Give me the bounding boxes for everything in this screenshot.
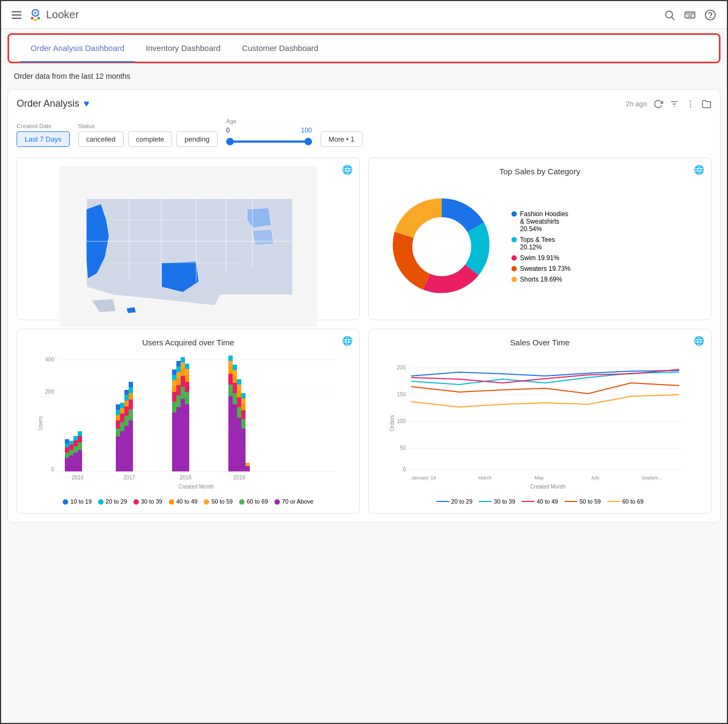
sales-over-time-title: Sales Over Time: [377, 338, 702, 347]
sales-over-time-globe-icon[interactable]: 🌐: [694, 336, 704, 346]
legend-label-50-59: 50 to 59: [211, 498, 233, 505]
us-map-svg: [54, 166, 322, 327]
status-pending[interactable]: pending: [176, 131, 217, 147]
svg-rect-50: [73, 436, 78, 440]
svg-rect-93: [181, 387, 185, 399]
svg-rect-124: [241, 410, 246, 419]
search-icon[interactable]: [664, 9, 675, 21]
svg-rect-47: [73, 453, 78, 471]
range-thumb-right[interactable]: [304, 138, 312, 145]
tabs-bar: Order Analysis Dashboard Inventory Dashb…: [8, 33, 720, 63]
hamburger-menu[interactable]: [12, 11, 21, 19]
line-chart-legend: 20 to 29 30 to 39 40 to 49 50 to 59 60 t…: [377, 498, 702, 505]
refresh-icon[interactable]: [653, 99, 663, 109]
svg-text:Created Month: Created Month: [530, 484, 566, 490]
svg-rect-122: [241, 429, 246, 471]
folder-icon[interactable]: [702, 99, 711, 109]
legend-30-39: 30 to 39: [133, 498, 162, 505]
tab-order-analysis[interactable]: Order Analysis Dashboard: [20, 35, 135, 63]
svg-rect-61: [120, 431, 124, 471]
more-vert-icon[interactable]: [686, 99, 695, 109]
svg-text:100: 100: [397, 418, 406, 424]
legend-item-fashion: Fashion Hoodies& Sweatshirts20.54%: [511, 210, 570, 233]
svg-rect-99: [185, 392, 189, 404]
tab-customer[interactable]: Customer Dashboard: [231, 35, 329, 63]
users-by-state-map: [26, 182, 351, 311]
legend-dot-60-69: [239, 499, 244, 505]
keyboard-icon[interactable]: [684, 9, 696, 21]
svg-rect-94: [181, 376, 185, 387]
line-legend-40-49: 40 to 49: [522, 498, 558, 505]
legend-dot-tops: [511, 237, 517, 242]
legend-dot-shorts: [511, 277, 517, 282]
legend-dot-fashion: [511, 211, 517, 217]
favorite-icon[interactable]: ♥: [84, 98, 90, 109]
svg-rect-115: [233, 365, 237, 370]
line-legend-label-50-59: 50 to 59: [580, 498, 601, 505]
filter-icon[interactable]: [670, 99, 679, 109]
svg-text:200: 200: [45, 389, 54, 395]
line-legend-label-40-49: 40 to 49: [537, 498, 558, 505]
svg-rect-101: [185, 375, 189, 382]
status-cancelled[interactable]: cancelled: [78, 131, 124, 147]
svg-rect-90: [176, 366, 181, 372]
section-header: Order Analysis ♥ 2h ago: [17, 98, 711, 109]
tab-inventory[interactable]: Inventory Dashboard: [135, 35, 231, 63]
svg-text:50: 50: [400, 445, 406, 451]
legend-label-tops: Tops & Tees20.12%: [520, 236, 555, 251]
svg-rect-69: [124, 401, 129, 407]
svg-point-5: [666, 11, 673, 18]
svg-text:200: 200: [397, 365, 406, 371]
top-sales-globe-icon[interactable]: 🌐: [694, 165, 704, 175]
legend-label-20-29: 20 to 29: [106, 498, 127, 505]
svg-rect-49: [73, 440, 78, 446]
more-filters-button[interactable]: More • 1: [321, 131, 363, 147]
svg-rect-46: [69, 441, 73, 445]
bar-group-2016: [65, 431, 82, 471]
legend-line-40-49: [522, 501, 534, 502]
age-range-slider[interactable]: [226, 136, 312, 147]
svg-rect-81: [172, 386, 176, 392]
line-legend-20-29: 20 to 29: [436, 498, 473, 505]
line-legend-50-59: 50 to 59: [564, 498, 601, 505]
svg-text:2017: 2017: [123, 475, 136, 481]
svg-text:Users: Users: [38, 416, 43, 430]
svg-rect-128: [246, 466, 250, 471]
svg-rect-121: [237, 379, 241, 385]
svg-point-20: [690, 106, 691, 107]
svg-rect-53: [78, 436, 82, 442]
legend-label-sweaters: Sweaters 19.73%: [520, 265, 570, 272]
age-min: 0: [226, 127, 230, 134]
bar-group-2019: [228, 356, 250, 471]
dashboard-section: Order Analysis ♥ 2h ago Created Date Las…: [8, 89, 720, 523]
age-max: 100: [301, 127, 312, 134]
range-thumb-left[interactable]: [226, 138, 234, 145]
help-icon[interactable]: [704, 9, 716, 21]
svg-rect-92: [181, 399, 185, 471]
sales-over-time-card: Sales Over Time 🌐 200 150 100 50 0 Order…: [368, 329, 711, 514]
donut-legend: Fashion Hoodies& Sweatshirts20.54% Tops …: [511, 210, 570, 283]
status-filter-group: Status cancelled complete pending: [78, 123, 218, 147]
svg-rect-38: [65, 458, 69, 471]
section-actions: 2h ago: [626, 99, 711, 109]
legend-dot-70-above: [274, 499, 280, 505]
svg-rect-59: [116, 410, 120, 415]
age-filter-label: Age: [226, 118, 312, 124]
svg-line-6: [672, 17, 674, 20]
status-complete[interactable]: complete: [128, 131, 173, 147]
svg-point-2: [31, 17, 34, 19]
bar-chart-svg: 400 200 0 Users: [26, 353, 351, 493]
charts-grid: Users by State 🌐: [17, 158, 711, 514]
svg-rect-110: [233, 404, 237, 471]
svg-rect-43: [69, 455, 73, 471]
svg-rect-67: [124, 416, 129, 426]
svg-text:Orders: Orders: [389, 415, 395, 432]
legend-item-sweaters: Sweaters 19.73%: [511, 265, 570, 272]
svg-rect-86: [176, 395, 181, 407]
date-filter-button[interactable]: Last 7 Days: [17, 131, 70, 147]
svg-rect-82: [172, 380, 176, 386]
users-acquired-globe-icon[interactable]: 🌐: [342, 336, 353, 346]
svg-text:May: May: [534, 475, 544, 481]
users-by-state-globe-icon[interactable]: 🌐: [342, 165, 353, 175]
svg-rect-106: [228, 374, 233, 385]
